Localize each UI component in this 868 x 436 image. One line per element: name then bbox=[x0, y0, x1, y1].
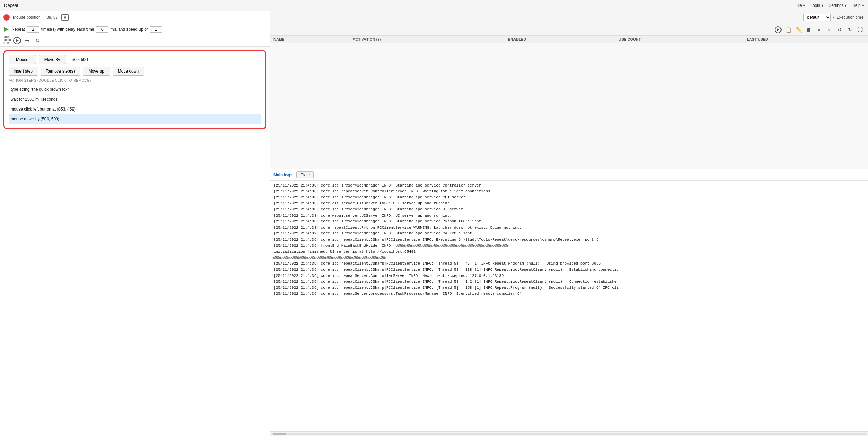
arrow-right-button[interactable]: ➡ bbox=[23, 37, 31, 45]
play-button[interactable] bbox=[3, 26, 10, 33]
log-entry: [25/11/2022 21:4:38] core.cli.server.Cli… bbox=[273, 201, 865, 207]
play-triangle-icon bbox=[4, 27, 9, 32]
chevron-down-icon: ∨ bbox=[828, 27, 831, 33]
log-entry: [25/11/2022 21:4:39] core.ipc.repeatClie… bbox=[273, 279, 865, 285]
logs-area: Main logs: Clear [25/11/2022 21:4:38] co… bbox=[270, 169, 868, 436]
refresh-button[interactable]: ↻ bbox=[34, 37, 42, 45]
delete-button[interactable]: 🗑 bbox=[804, 25, 813, 34]
action-steps-list: type string "the quick brown fox"wait fo… bbox=[9, 85, 261, 124]
action-step-item[interactable]: mouse move by (500, 500) bbox=[9, 114, 261, 124]
mouse-position-value: 38, 87 bbox=[46, 15, 58, 20]
step-value-input[interactable] bbox=[69, 55, 261, 64]
macro-table: NAME ACTIVATION (?) ENABLED USE COUNT LA… bbox=[270, 36, 868, 43]
menu-help[interactable]: Help ▾ bbox=[852, 3, 864, 8]
clear-logs-button[interactable]: Clear bbox=[296, 171, 314, 178]
right-icon-bar: 📋 ✏️ 🗑 ∧ ∨ ↺ ↻ ⛶ bbox=[270, 24, 868, 36]
mouse-position-label: Mouse position: bbox=[13, 15, 42, 20]
main-logs-label: Main logs: bbox=[273, 172, 294, 177]
log-entry: [25/11/2022 21:4:38] core.ipc.IPCService… bbox=[273, 183, 865, 189]
col-name: NAME bbox=[270, 36, 349, 43]
red-outline-container: Mouse Move By Insert step Remove step(s)… bbox=[3, 50, 266, 129]
log-entry: [25/11/2022 21:4:38] core.ipc.repeatServ… bbox=[273, 189, 865, 195]
binary-icon: 1001 1010 0101 bbox=[3, 36, 11, 45]
fullscreen-icon: ⛶ bbox=[858, 27, 863, 33]
record-circle-button[interactable] bbox=[13, 37, 21, 45]
logs-header: Main logs: Clear bbox=[270, 169, 868, 181]
log-entry: [25/11/2022 21:4:39] core.ipc.repeatClie… bbox=[273, 261, 865, 267]
step-action-row: Insert step Remove step(s) Move up Move … bbox=[9, 67, 261, 76]
log-entry: [25/11/2022 21:4:38] core.ipc.IPCService… bbox=[273, 207, 865, 213]
undo-button[interactable]: ↺ bbox=[835, 25, 844, 34]
right-toolbar: default ▾ Execution time: bbox=[270, 11, 868, 24]
repeat-speed-label: ms, and speed up of bbox=[110, 27, 148, 32]
toolbar-row: Mouse position: 38, 87 ▣ bbox=[0, 11, 270, 24]
repeat-row: Repeat times(s) with delay each time ms,… bbox=[0, 24, 270, 35]
move-up-button[interactable]: Move up bbox=[83, 67, 110, 76]
edit-button[interactable]: ✏️ bbox=[794, 25, 803, 34]
log-entry: [25/11/2022 21:4:39] core.ipc.repeatClie… bbox=[273, 237, 865, 243]
macro-table-area: NAME ACTIVATION (?) ENABLED USE COUNT LA… bbox=[270, 36, 868, 169]
repeat-label: Repeat bbox=[12, 27, 25, 32]
titlebar: Repeat File ▾ Tools ▾ Settings ▾ Help ▾ bbox=[0, 0, 868, 11]
step-type-row: Mouse Move By bbox=[9, 55, 261, 64]
left-panel: Mouse position: 38, 87 ▣ Repeat times(s)… bbox=[0, 11, 270, 436]
copy-icon: 📋 bbox=[786, 27, 791, 33]
action-step-item[interactable]: mouse click left button at (853, 459) bbox=[9, 104, 261, 114]
scroll-thumb[interactable] bbox=[273, 433, 286, 435]
action-steps-label: ACTION STEPS (DOUBLE CLICK TO REMOVE) bbox=[9, 78, 261, 82]
log-entry: [25/11/2022 21:4:39] core.ipc.repeatServ… bbox=[273, 273, 865, 279]
play-inner-icon bbox=[16, 39, 19, 42]
edit-icon: ✏️ bbox=[796, 27, 802, 33]
col-use-count: USE COUNT bbox=[615, 36, 744, 43]
icon-toolbar: 1001 1010 0101 ➡ ↻ bbox=[0, 35, 270, 47]
log-entry: [25/11/2022 21:4:39] core.ipc.repeatServ… bbox=[273, 291, 865, 297]
action-step-item[interactable]: wait for 2500 milliseconds bbox=[9, 94, 261, 104]
log-entry: [25/11/2022 21:4:39] frontEnd.MainBackEn… bbox=[273, 243, 865, 249]
refresh-icon: ↻ bbox=[35, 37, 40, 44]
log-entry: [25/11/2022 21:4:38] core.ipc.IPCService… bbox=[273, 195, 865, 201]
arrow-right-icon: ➡ bbox=[25, 37, 29, 44]
menu-file[interactable]: File ▾ bbox=[795, 3, 805, 8]
logs-content: [25/11/2022 21:4:38] core.ipc.IPCService… bbox=[270, 181, 868, 431]
move-up-macro-button[interactable]: ∧ bbox=[815, 25, 824, 34]
repeat-times-input[interactable] bbox=[27, 26, 39, 33]
col-activation: ACTIVATION (?) bbox=[349, 36, 505, 43]
menu-tools[interactable]: Tools ▾ bbox=[811, 3, 823, 8]
repeat-speed-input[interactable] bbox=[150, 26, 162, 33]
remove-steps-button[interactable]: Remove step(s) bbox=[41, 67, 80, 76]
delete-icon: 🗑 bbox=[806, 27, 811, 33]
execution-time-label: Execution time: bbox=[837, 15, 865, 20]
log-entry: [25/11/2022 21:4:38] core.webui.server.U… bbox=[273, 213, 865, 219]
scroll-track bbox=[271, 433, 867, 435]
move-down-macro-button[interactable]: ∨ bbox=[825, 25, 834, 34]
repeat-delay-input[interactable] bbox=[96, 26, 108, 33]
main-layout: Mouse position: 38, 87 ▣ Repeat times(s)… bbox=[0, 11, 868, 436]
log-entry: [25/11/2022 21:4:39] core.ipc.IPCService… bbox=[273, 231, 865, 237]
step-editor: Mouse Move By Insert step Remove step(s)… bbox=[0, 47, 270, 133]
move-down-button[interactable]: Move down bbox=[113, 67, 144, 76]
mouse-type-button[interactable]: Mouse bbox=[9, 55, 36, 64]
play-macro-button[interactable] bbox=[774, 25, 783, 34]
app-title: Repeat bbox=[4, 3, 18, 8]
horizontal-scrollbar[interactable] bbox=[270, 431, 868, 436]
log-entry: [25/11/2022 21:4:39] core.ipc.repeatClie… bbox=[273, 267, 865, 273]
move-by-button[interactable]: Move By bbox=[39, 55, 66, 64]
redo-button[interactable]: ↻ bbox=[845, 25, 854, 34]
menu-settings[interactable]: Settings ▾ bbox=[829, 3, 847, 8]
profile-select[interactable]: default bbox=[803, 14, 831, 21]
right-panel: default ▾ Execution time: 📋 ✏️ 🗑 ∧ bbox=[270, 11, 868, 436]
fullscreen-button[interactable]: ⛶ bbox=[856, 25, 865, 34]
undo-icon: ↺ bbox=[838, 27, 842, 33]
log-entry: [25/11/2022 21:4:38] core.repeatClient.P… bbox=[273, 225, 865, 231]
col-last-used: LAST USED bbox=[744, 36, 868, 43]
screen-capture-icon[interactable]: ▣ bbox=[61, 14, 69, 21]
play-circle-icon bbox=[775, 26, 782, 33]
insert-step-button[interactable]: Insert step bbox=[9, 67, 38, 76]
log-entry: @@@@@@@@@@@@@@@@@@@@@@@@@@@@@@@@@@@@@@@@… bbox=[273, 255, 865, 261]
mouse-indicator-dot bbox=[3, 14, 10, 21]
redo-icon: ↻ bbox=[848, 27, 852, 33]
menu-bar: File ▾ Tools ▾ Settings ▾ Help ▾ bbox=[795, 3, 864, 8]
action-step-item[interactable]: type string "the quick brown fox" bbox=[9, 85, 261, 94]
repeat-delay-label: times(s) with delay each time bbox=[41, 27, 94, 32]
copy-button[interactable]: 📋 bbox=[784, 25, 793, 34]
